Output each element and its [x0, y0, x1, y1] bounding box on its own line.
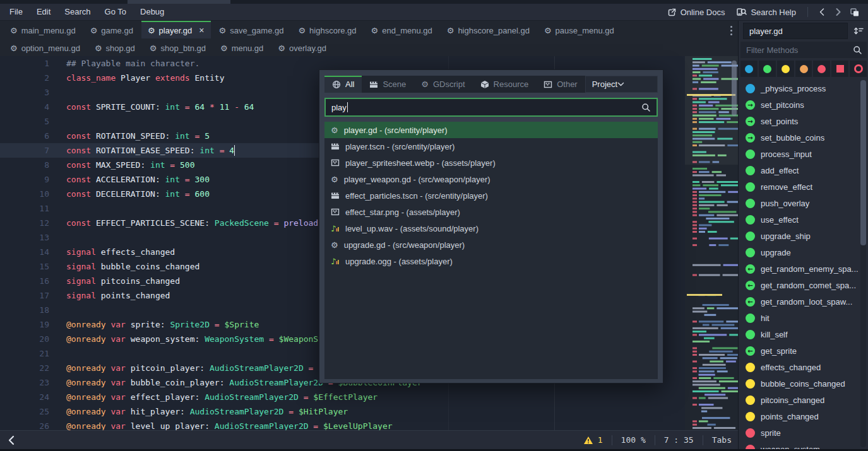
script-tab-game-gd[interactable]: ⚙game.gd	[84, 23, 140, 38]
line-number[interactable]: 14	[0, 245, 49, 259]
filter-orange-button[interactable]	[795, 61, 812, 77]
method-item-set_bubble_coins[interactable]: →set_bubble_coins	[739, 129, 864, 146]
script-tab-option_menu-gd[interactable]: ⚙option_menu.gd	[4, 40, 86, 56]
script-tab-overlay-gd[interactable]: ⚙overlay.gd	[271, 40, 333, 56]
line-number[interactable]: 15	[0, 259, 49, 274]
line-number[interactable]: 9	[0, 172, 49, 187]
line-number[interactable]: 19	[0, 317, 49, 332]
line-number[interactable]: 5	[0, 114, 49, 129]
method-item-process_input[interactable]: process_input	[739, 146, 864, 162]
filter-square-button[interactable]	[831, 61, 848, 77]
script-tab-shop_btn-gd[interactable]: ⚙shop_btn.gd	[143, 40, 212, 56]
line-number[interactable]: 10	[0, 187, 49, 201]
menu-debug[interactable]: Debug	[133, 4, 171, 20]
quick-open-result[interactable]: ♪level_up.wav - (assets/sound/player)	[324, 220, 658, 237]
filter-blue-button[interactable]	[740, 61, 758, 77]
quick-open-result[interactable]: ♪upgrade.ogg - (assets/player)	[324, 253, 658, 269]
method-item-set_pitcoins[interactable]: →set_pitcoins	[739, 97, 864, 113]
script-filter-input[interactable]	[743, 23, 848, 39]
method-item-add_effect[interactable]: add_effect	[739, 162, 864, 179]
script-tab-highscore-gd[interactable]: ⚙highscore.gd	[292, 23, 362, 38]
history-forward-button[interactable]	[831, 5, 845, 19]
script-tab-end_menu-gd[interactable]: ⚙end_menu.gd	[365, 23, 439, 38]
method-item-kill_self[interactable]: kill_self	[739, 326, 864, 343]
line-number[interactable]: 8	[0, 158, 49, 172]
line-number[interactable]: 11	[0, 201, 49, 216]
script-tab-pause_menu-gd[interactable]: ⚙pause_menu.gd	[538, 23, 621, 38]
method-item-remove_effect[interactable]: remove_effect	[739, 179, 864, 195]
quick-open-result[interactable]: ⚙player.gd - (src/entity/player)	[324, 122, 658, 138]
line-number[interactable]: 17	[0, 288, 49, 303]
sort-methods-icon[interactable]	[851, 24, 866, 38]
method-item-use_effect[interactable]: use_effect	[739, 211, 864, 228]
quick-open-result[interactable]: effect_particles.tscn - (src/entity/play…	[324, 187, 658, 204]
method-item-get_random_enemy_spa[interactable]: ←get_random_enemy_spa...	[739, 261, 864, 277]
code-line-24[interactable]: 24@onready var effect_player: AudioStrea…	[0, 390, 738, 404]
script-tab-menu-gd[interactable]: ⚙menu.gd	[214, 40, 270, 56]
script-tab-player-gd[interactable]: ⚙player.gd×	[141, 21, 211, 38]
menu-edit[interactable]: Edit	[30, 4, 57, 20]
method-item-get_sprite[interactable]: ←get_sprite	[739, 343, 864, 359]
float-panel-icon[interactable]	[848, 5, 862, 19]
history-back-button[interactable]	[815, 5, 829, 19]
line-number[interactable]: 2	[0, 71, 49, 85]
script-tab-shop-gd[interactable]: ⚙shop.gd	[88, 40, 141, 56]
method-item-set_points[interactable]: →set_points	[739, 113, 864, 129]
minimap[interactable]	[685, 56, 738, 430]
filter-ring-button[interactable]	[850, 61, 867, 77]
method-item-effects_changed[interactable]: effects_changed	[739, 359, 864, 375]
quick-open-result[interactable]: ⚙upgrade.gd - (src/weapon/player)	[324, 237, 658, 253]
method-item-hit[interactable]: hit	[739, 310, 864, 326]
method-item-upgrade_ship[interactable]: upgrade_ship	[739, 228, 864, 244]
script-tab-main_menu-gd[interactable]: ⚙main_menu.gd	[4, 23, 82, 38]
script-tab-save_game-gd[interactable]: ⚙save_game.gd	[213, 23, 290, 38]
filter-yellow-button[interactable]	[777, 61, 794, 77]
method-item-upgrade[interactable]: upgrade	[739, 244, 864, 261]
quick-open-result[interactable]: ⚙player_weapon.gd - (src/weapon/player)	[324, 171, 658, 187]
quick-open-result[interactable]: player_spritesheet.webp - (assets/player…	[324, 155, 658, 171]
code-line-1[interactable]: 1## Playable main character.	[0, 56, 738, 71]
line-number[interactable]: 25	[0, 404, 49, 419]
script-tab-highscore_panel-gd[interactable]: ⚙highscore_panel.gd	[441, 23, 536, 38]
scope-dropdown[interactable]: Project	[585, 76, 658, 93]
method-item-get_random_comet_spa[interactable]: ←get_random_comet_spa...	[739, 277, 864, 293]
line-number[interactable]: 26	[0, 419, 49, 430]
menu-file[interactable]: File	[3, 4, 30, 20]
online-docs-button[interactable]: Online Docs	[663, 4, 730, 20]
line-number[interactable]: 4	[0, 100, 49, 114]
line-number[interactable]: 18	[0, 303, 49, 317]
quick-open-tab-all[interactable]: All	[324, 76, 362, 93]
method-item-push_overlay[interactable]: push_overlay	[739, 195, 864, 211]
quick-open-tab-resource[interactable]: Resource	[473, 76, 537, 93]
line-number[interactable]: 23	[0, 375, 49, 390]
quick-open-search-input[interactable]: play	[324, 98, 658, 117]
line-number[interactable]: 21	[0, 346, 49, 361]
quick-open-tab-scene[interactable]: Scene	[362, 76, 413, 93]
scrollbar-thumb[interactable]	[860, 80, 866, 245]
quick-open-tab-gdscript[interactable]: ⚙GDscript	[413, 76, 472, 93]
method-item-pitcoins_changed[interactable]: pitcoins_changed	[739, 392, 864, 408]
line-number[interactable]: 20	[0, 332, 49, 346]
tabs-overflow-menu[interactable]	[729, 26, 733, 35]
method-item-_physics_process[interactable]: _physics_process	[739, 80, 864, 97]
collapse-panel-button[interactable]	[5, 434, 18, 447]
code-line-26[interactable]: 26@onready var level_up_player: AudioStr…	[0, 419, 738, 430]
line-number[interactable]: 13	[0, 230, 49, 245]
minimap-scrollbar-thumb[interactable]	[732, 61, 737, 116]
code-line-25[interactable]: 25@onready var hit_player: AudioStreamPl…	[0, 404, 738, 419]
method-filter-input[interactable]	[740, 42, 867, 58]
method-item-points_changed[interactable]: points_changed	[739, 408, 864, 425]
filter-green-button[interactable]	[759, 61, 776, 77]
warnings-indicator[interactable]: 1	[574, 431, 612, 449]
line-number[interactable]: 7	[0, 143, 49, 158]
line-number[interactable]: 22	[0, 361, 49, 375]
quick-open-result[interactable]: effect_star.png - (assets/player)	[324, 204, 658, 220]
method-item-bubble_coins_changed[interactable]: bubble_coins_changed	[739, 375, 864, 392]
quick-open-tab-other[interactable]: Other	[536, 76, 585, 93]
menu-search[interactable]: Search	[57, 4, 97, 20]
method-item-sprite[interactable]: sprite	[739, 425, 864, 441]
line-number[interactable]: 1	[0, 56, 49, 71]
search-help-button[interactable]: Search Help	[732, 4, 800, 20]
quick-open-result[interactable]: player.tscn - (src/entity/player)	[324, 138, 658, 155]
menu-go-to[interactable]: Go To	[98, 4, 133, 20]
